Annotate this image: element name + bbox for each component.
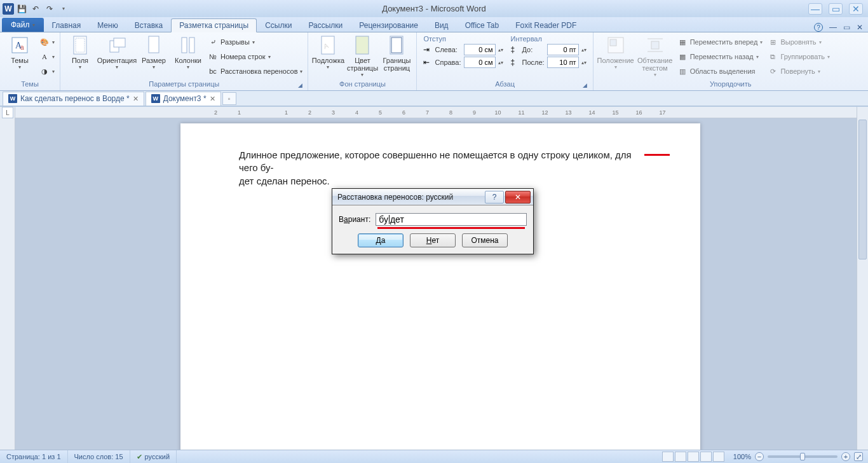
spellcheck-icon: ✔ — [137, 453, 142, 461]
status-language[interactable]: ✔русский — [130, 450, 177, 463]
zoom-slider-handle[interactable] — [800, 453, 805, 460]
zoom-fit-button[interactable]: ⤢ — [854, 452, 863, 461]
dialog-help-button[interactable]: ? — [485, 191, 504, 204]
view-buttons — [657, 452, 729, 462]
modal-overlay: Расстановка переносов: русский ? ✕ Вариа… — [0, 0, 868, 463]
view-draft[interactable] — [713, 452, 724, 462]
view-print-layout[interactable] — [662, 452, 674, 462]
status-page[interactable]: Страница: 1 из 1 — [0, 450, 68, 463]
status-bar: Страница: 1 из 1 Число слов: 15 ✔русский… — [0, 450, 868, 463]
variant-label: Вариант: — [339, 215, 370, 224]
cancel-button[interactable]: Отмена — [462, 233, 508, 247]
dialog-close-button[interactable]: ✕ — [505, 191, 531, 204]
dialog-titlebar[interactable]: Расстановка переносов: русский ? ✕ — [332, 189, 533, 205]
zoom-level[interactable]: 100% — [733, 453, 751, 460]
status-word-count[interactable]: Число слов: 15 — [68, 450, 130, 463]
view-full-screen[interactable] — [675, 452, 686, 462]
yes-button[interactable]: Да — [358, 233, 403, 247]
zoom-out-button[interactable]: − — [755, 452, 764, 461]
hyphenation-dialog: Расстановка переносов: русский ? ✕ Вариа… — [332, 188, 534, 254]
view-outline[interactable] — [700, 452, 712, 462]
zoom-slider[interactable] — [768, 455, 837, 458]
zoom-in-button[interactable]: + — [841, 452, 850, 461]
no-button[interactable]: Нет — [410, 233, 456, 247]
view-web-layout[interactable] — [688, 452, 699, 462]
dialog-title: Расстановка переносов: русский — [337, 193, 453, 202]
variant-input[interactable]: будет — [376, 213, 527, 226]
annotation-underline — [377, 227, 525, 229]
